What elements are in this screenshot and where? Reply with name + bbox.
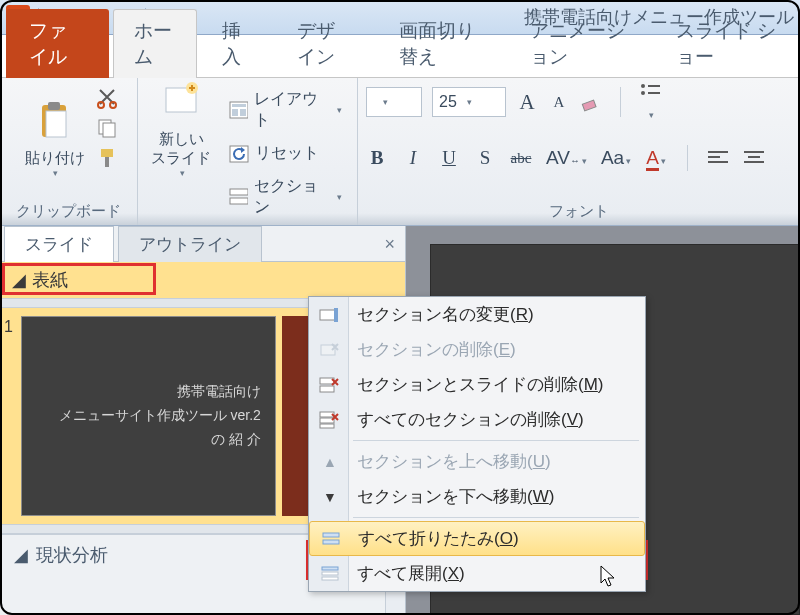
ctx-rename-section[interactable]: セクション名の変更(R) [309,297,645,332]
tab-home[interactable]: ホーム [113,9,198,78]
section-label: セクション [254,176,329,218]
svg-rect-39 [320,424,334,428]
move-down-icon: ▼ [317,486,343,508]
collapse-icon: ◢ [12,269,26,291]
svg-rect-28 [708,161,728,163]
layout-icon [229,101,248,119]
svg-rect-11 [105,157,109,167]
change-case-button[interactable]: Aa▾ [601,147,631,169]
svg-rect-26 [708,151,728,153]
svg-rect-41 [323,540,339,544]
ctx-delete-section: セクションの削除(E) [309,332,645,367]
section-header-cover[interactable]: ◢ 表紙 [0,262,405,298]
tab-insert[interactable]: 挿入 [201,9,271,78]
reset-label: リセット [255,143,319,164]
svg-rect-42 [322,567,338,570]
copy-icon [96,117,118,139]
cursor-icon [600,565,620,589]
section-context-menu: セクション名の変更(R) セクションの削除(E) セクションとスライドの削除(M… [308,296,646,592]
ctx-move-down[interactable]: ▼ セクションを下へ移動(W) [309,479,645,514]
svg-rect-21 [582,100,596,111]
section-button[interactable]: セクション▾ [222,172,349,222]
section-label-analysis: 現状分析 [36,543,108,567]
svg-point-24 [641,91,645,95]
format-painter-button[interactable] [96,147,118,169]
shadow-button[interactable]: S [474,147,496,169]
ribbon: 貼り付け ▾ クリップボード 新しい スライド ▾ レ [0,78,800,226]
font-name-combo[interactable]: ▾ [366,87,422,117]
group-font: ▾ 25▾ A A ▾ B I U S abc AV↔▾ Aa▾ A▾ [358,78,800,225]
shrink-font-button[interactable]: A [548,94,570,111]
align-center-button[interactable] [744,149,766,167]
svg-point-22 [641,84,645,88]
delete-all-sections-icon [317,409,343,431]
paste-button[interactable]: 貼り付け ▾ [20,83,90,183]
ctx-move-up: ▲ セクションを上へ移動(U) [309,444,645,479]
svg-rect-9 [103,123,115,137]
ctx-delete-all-sections[interactable]: すべてのセクションの削除(V) [309,402,645,437]
svg-rect-5 [48,102,60,110]
copy-button[interactable] [96,117,118,139]
section-label-cover: 表紙 [32,268,68,292]
svg-rect-4 [46,111,66,137]
paste-icon [34,101,76,143]
layout-label: レイアウト [254,89,329,131]
pane-tabs: スライド アウトライン × [0,226,405,262]
spacing-button[interactable]: AV↔▾ [546,147,587,169]
bold-button[interactable]: B [366,147,388,169]
svg-rect-31 [744,161,764,163]
cut-button[interactable] [96,87,118,109]
font-size-combo[interactable]: 25▾ [432,87,506,117]
section-icon [229,188,248,206]
svg-rect-10 [101,149,113,157]
tab-design[interactable]: デザイン [276,9,375,78]
font-color-button[interactable]: A▾ [645,147,667,169]
svg-rect-27 [708,156,720,158]
svg-rect-25 [648,92,660,94]
align-center-icon [744,149,766,167]
group-clipboard: 貼り付け ▾ クリップボード [0,78,138,225]
clear-format-button[interactable] [580,92,602,112]
svg-rect-20 [230,198,248,204]
svg-rect-43 [322,572,338,575]
reset-button[interactable]: リセット [222,139,349,168]
expand-all-icon [317,563,343,585]
format-painter-icon [96,147,118,169]
reset-icon [229,145,249,163]
ctx-collapse-all[interactable]: すべて折りたたみ(O) [309,521,645,556]
bullets-button[interactable]: ▾ [639,81,661,123]
svg-rect-16 [232,109,238,116]
svg-rect-29 [744,151,764,153]
new-slide-button[interactable]: 新しい スライド ▾ [146,83,216,183]
svg-rect-44 [322,577,338,580]
new-slide-label: 新しい スライド [151,130,211,168]
strike-button[interactable]: abc [510,150,532,167]
group-clipboard-label: クリップボード [16,200,121,223]
slide-thumbnail[interactable]: 携帯電話向け メニューサイト作成ツール ver.2 の 紹 介 [21,316,276,516]
ctx-delete-section-slides[interactable]: セクションとスライドの削除(M) [309,367,645,402]
pane-close-button[interactable]: × [384,234,395,255]
svg-point-6 [98,102,104,108]
grow-font-button[interactable]: A [516,90,538,115]
new-slide-icon [160,82,202,124]
move-up-icon: ▲ [317,451,343,473]
svg-rect-40 [323,533,339,537]
pane-tab-slides[interactable]: スライド [4,226,114,262]
group-font-label: フォント [549,200,609,223]
window-title: 携帯電話向けメニュー作成ツール [400,5,794,29]
collapse-all-icon [318,528,344,550]
slide-number: 1 [2,316,15,516]
pane-tab-outline[interactable]: アウトライン [118,226,262,262]
eraser-icon [580,92,602,112]
italic-button[interactable]: I [402,147,424,169]
collapse-icon: ◢ [14,544,28,566]
ctx-expand-all[interactable]: すべて展開(X) [309,556,645,591]
svg-rect-36 [320,386,334,392]
underline-button[interactable]: U [438,147,460,169]
tab-file[interactable]: ファイル [6,9,109,78]
align-left-button[interactable] [708,149,730,167]
layout-button[interactable]: レイアウト▾ [222,85,349,135]
group-slides: 新しい スライド ▾ レイアウト▾ リセット セクション▾ スライド [138,78,358,225]
svg-rect-15 [232,104,246,107]
svg-point-7 [110,102,116,108]
